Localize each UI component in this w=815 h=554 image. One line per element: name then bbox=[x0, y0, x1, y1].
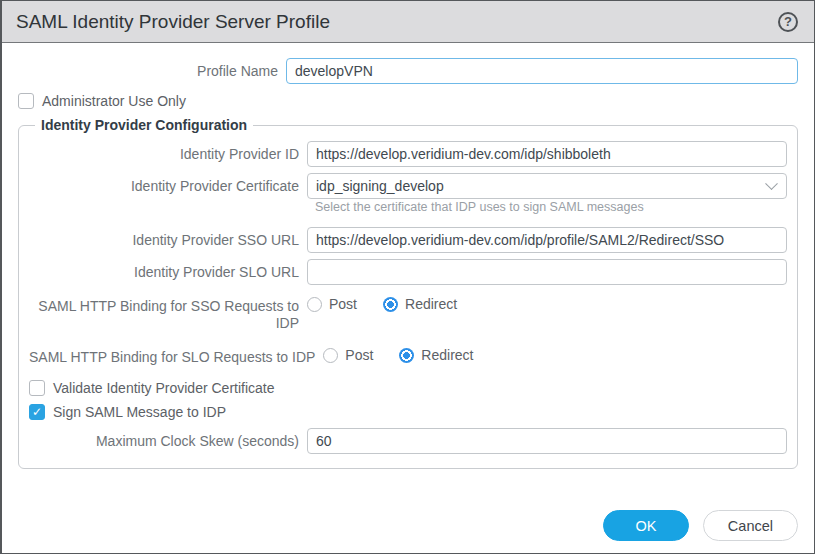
dialog-titlebar: SAML Identity Provider Server Profile ? bbox=[2, 1, 814, 43]
checkmark-icon: ✓ bbox=[32, 405, 42, 419]
slo-url-label: Identity Provider SLO URL bbox=[29, 259, 307, 281]
radio-selected-icon bbox=[399, 348, 414, 363]
sso-url-label: Identity Provider SSO URL bbox=[29, 227, 307, 249]
admin-only-checkbox[interactable] bbox=[18, 93, 34, 109]
cancel-button[interactable]: Cancel bbox=[703, 510, 798, 541]
clock-skew-row: Maximum Clock Skew (seconds) bbox=[29, 428, 787, 454]
slo-url-input[interactable] bbox=[307, 259, 787, 285]
sso-url-input[interactable] bbox=[307, 227, 787, 253]
validate-cert-row: Validate Identity Provider Certificate bbox=[29, 380, 787, 396]
slo-binding-label: SAML HTTP Binding for SLO Requests to ID… bbox=[29, 344, 323, 366]
idp-configuration-group: Identity Provider Configuration Identity… bbox=[18, 117, 798, 469]
idp-id-label: Identity Provider ID bbox=[29, 141, 307, 163]
validate-cert-label: Validate Identity Provider Certificate bbox=[53, 380, 275, 396]
sso-binding-redirect-option[interactable]: Redirect bbox=[383, 296, 457, 312]
idp-certificate-label: Identity Provider Certificate bbox=[29, 173, 307, 195]
dialog-footer: OK Cancel bbox=[603, 510, 798, 541]
admin-only-row: Administrator Use Only bbox=[18, 93, 798, 109]
dialog-title: SAML Identity Provider Server Profile bbox=[16, 11, 330, 33]
sso-binding-row: SAML HTTP Binding for SSO Requests to ID… bbox=[29, 293, 787, 332]
slo-binding-redirect-option[interactable]: Redirect bbox=[399, 347, 473, 363]
clock-skew-label: Maximum Clock Skew (seconds) bbox=[29, 428, 307, 450]
saml-idp-profile-dialog: SAML Identity Provider Server Profile ? … bbox=[0, 0, 815, 554]
validate-cert-checkbox[interactable] bbox=[29, 380, 45, 396]
sso-binding-post-option[interactable]: Post bbox=[307, 296, 357, 312]
slo-binding-redirect-label: Redirect bbox=[421, 347, 473, 363]
sign-saml-checkbox[interactable]: ✓ bbox=[29, 404, 45, 420]
radio-selected-icon bbox=[383, 297, 398, 312]
radio-unselected-icon bbox=[323, 348, 338, 363]
slo-binding-post-option[interactable]: Post bbox=[323, 347, 373, 363]
chevron-down-icon bbox=[765, 177, 778, 190]
profile-name-row: Profile Name bbox=[18, 58, 798, 84]
slo-binding-row: SAML HTTP Binding for SLO Requests to ID… bbox=[29, 344, 787, 366]
idp-certificate-row: Identity Provider Certificate idp_signin… bbox=[29, 173, 787, 199]
idp-id-row: Identity Provider ID bbox=[29, 141, 787, 167]
admin-only-label: Administrator Use Only bbox=[42, 93, 186, 109]
slo-binding-radiogroup: Post Redirect bbox=[323, 344, 499, 363]
idp-certificate-value: idp_signing_develop bbox=[316, 178, 444, 194]
sign-saml-row: ✓ Sign SAML Message to IDP bbox=[29, 404, 787, 420]
sso-binding-label: SAML HTTP Binding for SSO Requests to ID… bbox=[29, 293, 307, 332]
sso-binding-radiogroup: Post Redirect bbox=[307, 293, 483, 312]
profile-name-input[interactable] bbox=[286, 58, 798, 84]
ok-button[interactable]: OK bbox=[603, 510, 689, 541]
idp-certificate-select[interactable]: idp_signing_develop bbox=[307, 173, 787, 199]
sign-saml-label: Sign SAML Message to IDP bbox=[53, 404, 226, 420]
clock-skew-input[interactable] bbox=[307, 428, 787, 454]
question-mark-icon: ? bbox=[784, 14, 792, 29]
radio-unselected-icon bbox=[307, 297, 322, 312]
idp-certificate-hint: Select the certificate that IDP uses to … bbox=[315, 200, 787, 214]
slo-url-row: Identity Provider SLO URL bbox=[29, 259, 787, 285]
help-button[interactable]: ? bbox=[778, 12, 798, 32]
slo-binding-post-label: Post bbox=[345, 347, 373, 363]
sso-url-row: Identity Provider SSO URL bbox=[29, 227, 787, 253]
profile-name-label: Profile Name bbox=[18, 58, 286, 80]
dialog-body: Profile Name Administrator Use Only Iden… bbox=[2, 43, 814, 469]
idp-id-input[interactable] bbox=[307, 141, 787, 167]
sso-binding-post-label: Post bbox=[329, 296, 357, 312]
idp-configuration-legend: Identity Provider Configuration bbox=[35, 117, 253, 133]
sso-binding-redirect-label: Redirect bbox=[405, 296, 457, 312]
